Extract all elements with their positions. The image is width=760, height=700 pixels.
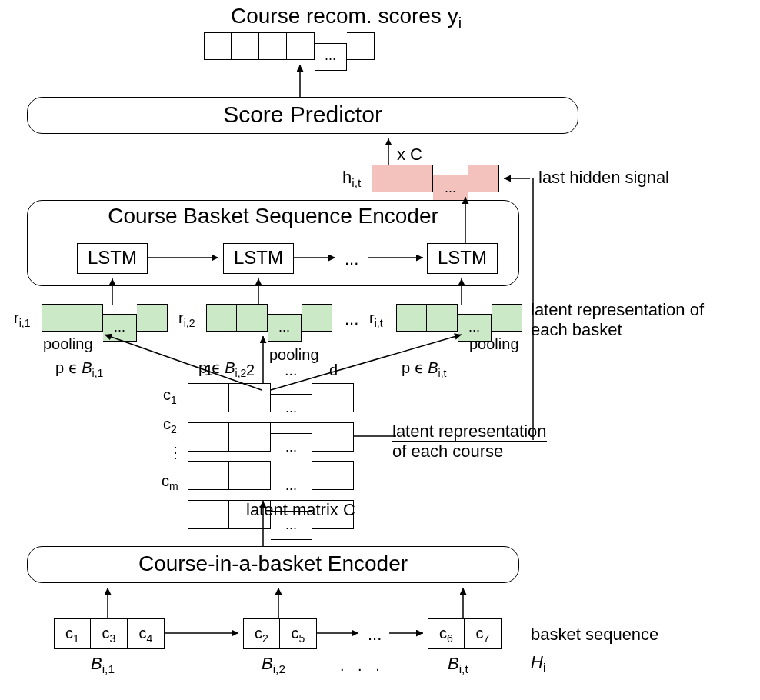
- r1-label: ri,1: [14, 309, 30, 329]
- B2-label: Bi,2: [262, 654, 285, 676]
- last-hidden-label: last hidden signal: [538, 168, 669, 188]
- pooling-t: pooling: [469, 335, 519, 353]
- row-vdots: ⋮: [168, 443, 183, 462]
- latent-course-label: latent representationof each course: [392, 422, 623, 462]
- lstm-2: LSTM: [223, 243, 294, 274]
- Hi-label: Hi: [531, 652, 545, 675]
- rt-label: ri,t: [369, 309, 383, 329]
- col-2: 2: [246, 362, 255, 379]
- arrow-xc-predictor: [381, 134, 396, 165]
- arrow-lstm12: [148, 252, 223, 263]
- arrow-r2-lstm: [251, 274, 266, 305]
- arrow-lstm2dots: [294, 252, 340, 263]
- arrow-b2dots: [317, 628, 363, 638]
- basket-2: c2c5: [243, 618, 317, 649]
- output-title: Course recom. scores yi: [154, 4, 538, 32]
- line-course-to-hidden: [528, 178, 538, 440]
- pinb1: p ϵ Bi,1: [55, 358, 103, 379]
- arrow-bt-enc: [455, 583, 471, 618]
- svg-line-10: [105, 335, 262, 390]
- arrow-b1-enc: [100, 583, 115, 618]
- hit-label: hi,t: [342, 168, 361, 190]
- basket-dots: ...: [368, 625, 382, 645]
- arrow-b12: [165, 628, 243, 638]
- output-vector: ...: [204, 32, 375, 71]
- B-ellipsis: . . .: [340, 657, 385, 675]
- arrow-encoder-matrix: [255, 496, 271, 548]
- col-d: d: [329, 362, 338, 379]
- col-1: 1: [205, 362, 213, 379]
- xc-label: x C: [397, 145, 422, 165]
- arrow-rt-lstm: [454, 274, 469, 305]
- basket-seq-label: basket sequence: [531, 625, 658, 645]
- svg-line-12: [271, 335, 462, 390]
- pooling-1: pooling: [43, 335, 93, 353]
- row-c2: c2: [163, 415, 177, 435]
- arrow-predictor-output: [292, 60, 308, 97]
- basket-1: c1c3c4: [54, 618, 165, 649]
- B1-label: Bi,1: [91, 654, 115, 676]
- row-c1: c1: [163, 386, 177, 406]
- basket-t: c6c7: [428, 618, 502, 649]
- arrow-r1-lstm: [105, 274, 120, 305]
- r2-label: ri,2: [178, 309, 195, 329]
- line-matrix-course: [354, 431, 396, 442]
- score-predictor-box: Score Predictor: [27, 97, 578, 134]
- latent-basket-label: latent representation of each basket: [531, 300, 731, 340]
- lstm-dots: ...: [345, 249, 358, 269]
- row-cm: cm: [162, 472, 178, 492]
- arrow-right-hidden: [499, 173, 530, 184]
- basket-encoder-box: Course-in-a-basket Encoder: [27, 546, 519, 583]
- arrow-dotsbt: [389, 628, 428, 638]
- arrow-dotslstmt: [368, 252, 428, 263]
- col-dots: ...: [285, 362, 298, 379]
- arrow-lstmt-hidden: [458, 192, 473, 243]
- hidden-vector: ...: [372, 165, 499, 202]
- lstm-1: LSTM: [77, 243, 148, 274]
- lstm-t: LSTM: [427, 243, 498, 274]
- r-dots: ...: [345, 309, 358, 329]
- Bt-label: Bi,t: [448, 654, 468, 676]
- arrow-b2-enc: [271, 583, 286, 618]
